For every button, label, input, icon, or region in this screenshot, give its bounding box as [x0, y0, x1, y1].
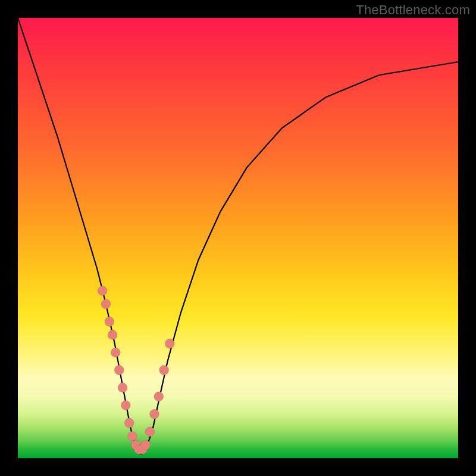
highlight-dot	[149, 409, 159, 419]
highlight-dot	[98, 286, 107, 296]
chart-frame: TheBottleneck.com	[0, 0, 476, 476]
highlight-dot	[105, 317, 114, 327]
highlighted-points	[98, 286, 174, 454]
chart-overlay	[18, 18, 458, 458]
highlight-dot	[159, 365, 169, 375]
bottleneck-curve	[18, 18, 458, 454]
highlight-dot	[141, 440, 151, 450]
highlight-dot	[111, 347, 120, 357]
highlight-dot	[101, 299, 111, 309]
highlight-dot	[118, 383, 127, 393]
watermark-text: TheBottleneck.com	[356, 2, 470, 18]
plot-area	[18, 18, 458, 458]
highlight-dot	[165, 339, 174, 349]
highlight-dot	[124, 418, 134, 428]
highlight-dot	[154, 392, 164, 401]
highlight-dot	[108, 330, 117, 340]
highlight-dot	[121, 400, 130, 410]
highlight-dot	[127, 431, 137, 441]
highlight-dot	[114, 365, 124, 375]
highlight-dot	[145, 427, 155, 437]
